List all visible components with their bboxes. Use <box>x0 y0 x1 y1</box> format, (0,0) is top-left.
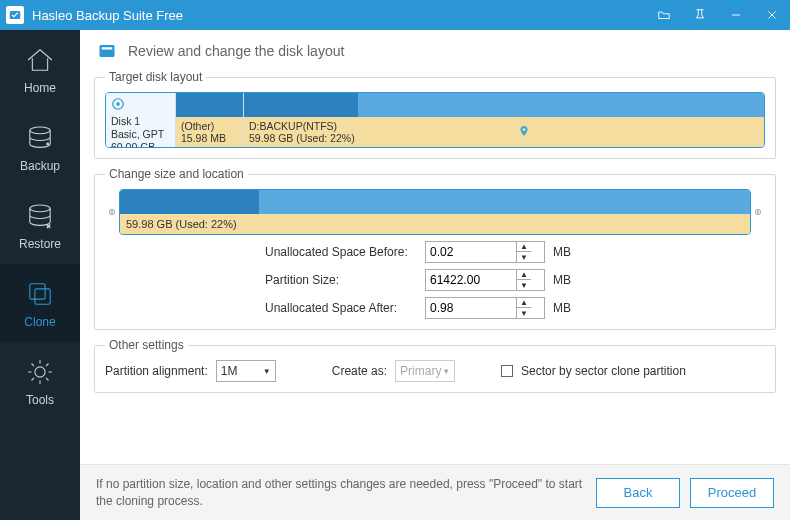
pin-icon[interactable] <box>682 0 718 30</box>
resize-group: Change size and location 59.98 GB (Used:… <box>94 167 776 330</box>
chevron-down-icon: ▼ <box>442 367 450 376</box>
sidebar-item-label: Backup <box>20 159 60 173</box>
svg-point-3 <box>30 205 50 212</box>
target-legend: Target disk layout <box>105 70 206 84</box>
resize-bar[interactable]: 59.98 GB (Used: 22%) <box>119 189 751 235</box>
sidebar-item-label: Home <box>24 81 56 95</box>
alignment-label: Partition alignment: <box>105 364 208 378</box>
proceed-button[interactable]: Proceed <box>690 478 774 508</box>
spin-down-icon[interactable]: ▼ <box>517 252 531 262</box>
sidebar-item-clone[interactable]: Clone <box>0 264 80 342</box>
disk-icon <box>98 42 116 60</box>
location-icon <box>518 124 530 140</box>
partition-size: 59.98 GB (Used: 22%) <box>249 132 759 144</box>
sidebar-item-label: Clone <box>24 315 55 329</box>
sidebar-item-tools[interactable]: Tools <box>0 342 80 420</box>
app-title: Hasleo Backup Suite Free <box>32 8 646 23</box>
unalloc-after-label: Unallocated Space After: <box>265 301 425 315</box>
minimize-icon[interactable] <box>718 0 754 30</box>
app-icon <box>6 6 24 24</box>
create-as-label: Create as: <box>332 364 387 378</box>
unalloc-before-input[interactable]: ▲▼ <box>425 241 545 263</box>
svg-point-1 <box>30 127 50 134</box>
svg-rect-8 <box>102 47 113 49</box>
disk-layout-row[interactable]: Disk 1 Basic, GPT 60.00 GB (Other) 15.98… <box>105 92 765 148</box>
spin-down-icon[interactable]: ▼ <box>517 308 531 318</box>
spin-up-icon[interactable]: ▲ <box>517 242 531 252</box>
svg-point-2 <box>47 143 49 145</box>
unalloc-before-label: Unallocated Space Before: <box>265 245 425 259</box>
footer-message: If no partition size, location and other… <box>96 476 586 508</box>
create-as-select: Primary▼ <box>395 360 455 382</box>
sidebar-item-label: Restore <box>19 237 61 251</box>
footer: If no partition size, location and other… <box>80 464 790 520</box>
disk-info: Disk 1 Basic, GPT 60.00 GB <box>106 93 176 147</box>
disk-size: 60.00 GB <box>111 141 170 148</box>
unit-label: MB <box>553 245 571 259</box>
other-legend: Other settings <box>105 338 188 352</box>
unit-label: MB <box>553 273 571 287</box>
spin-up-icon[interactable]: ▲ <box>517 298 531 308</box>
partition-size-label: Partition Size: <box>265 273 425 287</box>
resize-handle-right[interactable] <box>751 189 765 235</box>
titlebar: Hasleo Backup Suite Free <box>0 0 790 30</box>
back-button[interactable]: Back <box>596 478 680 508</box>
partition-other[interactable]: (Other) 15.98 MB <box>176 93 244 147</box>
partition-size: 15.98 MB <box>181 132 238 144</box>
close-icon[interactable] <box>754 0 790 30</box>
disk-name: Disk 1 <box>111 115 170 128</box>
unit-label: MB <box>553 301 571 315</box>
spin-up-icon[interactable]: ▲ <box>517 270 531 280</box>
resize-handle-left[interactable] <box>105 189 119 235</box>
partition-backup[interactable]: D:BACKUP(NTFS) 59.98 GB (Used: 22%) <box>244 93 764 147</box>
partition-size-input[interactable]: ▲▼ <box>425 269 545 291</box>
sector-label: Sector by sector clone partition <box>521 364 686 378</box>
sidebar-item-home[interactable]: Home <box>0 30 80 108</box>
partition-name: D:BACKUP(NTFS) <box>249 120 759 132</box>
unalloc-after-input[interactable]: ▲▼ <box>425 297 545 319</box>
chevron-down-icon: ▼ <box>263 367 271 376</box>
sidebar-item-label: Tools <box>26 393 54 407</box>
other-settings-group: Other settings Partition alignment: 1M▼ … <box>94 338 776 393</box>
svg-point-6 <box>35 367 45 377</box>
open-icon[interactable] <box>646 0 682 30</box>
svg-point-10 <box>116 102 120 106</box>
svg-rect-7 <box>100 45 115 57</box>
page-title: Review and change the disk layout <box>128 43 344 59</box>
alignment-select[interactable]: 1M▼ <box>216 360 276 382</box>
target-disk-group: Target disk layout Disk 1 Basic, GPT 60.… <box>94 70 776 159</box>
svg-rect-5 <box>35 289 50 304</box>
spin-down-icon[interactable]: ▼ <box>517 280 531 290</box>
partition-name: (Other) <box>181 120 238 132</box>
sector-checkbox[interactable] <box>501 365 513 377</box>
resize-legend: Change size and location <box>105 167 248 181</box>
page-header: Review and change the disk layout <box>80 30 790 70</box>
sidebar: Home Backup Restore Clone Tools <box>0 30 80 520</box>
disk-type: Basic, GPT <box>111 128 170 141</box>
resize-summary: 59.98 GB (Used: 22%) <box>120 214 750 234</box>
svg-rect-4 <box>30 284 45 299</box>
sidebar-item-backup[interactable]: Backup <box>0 108 80 186</box>
sidebar-item-restore[interactable]: Restore <box>0 186 80 264</box>
